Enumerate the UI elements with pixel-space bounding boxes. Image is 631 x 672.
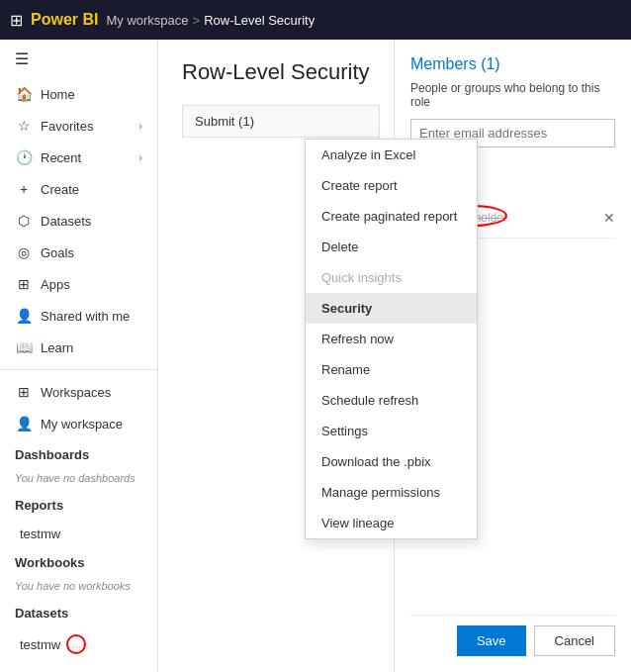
apps-icon: ⊞ xyxy=(15,276,33,292)
sidebar-item-apps-label: Apps xyxy=(41,277,70,292)
my-workspace-icon: 👤 xyxy=(15,416,33,432)
members-title: Members (1) xyxy=(410,55,615,73)
panel-footer: Save Cancel xyxy=(410,615,615,656)
workbooks-section: Workbooks xyxy=(0,547,157,578)
breadcrumb-separator: > xyxy=(193,13,201,28)
breadcrumb-workspace[interactable]: My workspace xyxy=(106,13,188,28)
goals-icon: ◎ xyxy=(15,244,33,260)
context-menu-delete[interactable]: Delete xyxy=(306,232,477,262)
sidebar-item-shared-label: Shared with me xyxy=(41,309,130,324)
sidebar-item-shared[interactable]: 👤 Shared with me xyxy=(0,300,157,332)
context-menu-manage-permissions[interactable]: Manage permissions xyxy=(306,477,477,508)
sidebar-item-home[interactable]: 🏠 Home xyxy=(0,78,157,110)
dashboards-section: Dashboards xyxy=(0,439,157,470)
app-logo: Power BI xyxy=(31,11,98,29)
context-menu-download-pbix[interactable]: Download the .pbix xyxy=(306,446,477,477)
sidebar-item-datasets[interactable]: ⬡ Datasets xyxy=(0,205,157,237)
datasets-section: Datasets xyxy=(0,598,157,628)
context-menu-schedule-refresh[interactable]: Schedule refresh xyxy=(306,385,477,416)
sidebar: ☰ 🏠 Home ☆ Favorites › 🕐 Recent › + Crea… xyxy=(0,40,158,672)
sidebar-item-my-workspace-label: My workspace xyxy=(41,417,123,432)
context-menu-rename[interactable]: Rename xyxy=(306,354,477,385)
favorites-icon: ☆ xyxy=(15,118,33,134)
context-menu-view-lineage[interactable]: View lineage xyxy=(306,508,477,538)
hamburger-icon[interactable]: ☰ xyxy=(0,40,157,78)
sidebar-item-workspaces[interactable]: ⊞ Workspaces xyxy=(0,376,157,408)
create-icon: + xyxy=(15,181,33,197)
members-desc: People or groups who belong to this role xyxy=(410,81,615,109)
sidebar-item-create-label: Create xyxy=(41,182,79,197)
remove-member-button[interactable]: ✕ xyxy=(603,210,615,226)
topbar: ⊞ Power BI My workspace > Row-Level Secu… xyxy=(0,0,631,40)
sidebar-item-my-workspace[interactable]: 👤 My workspace xyxy=(0,408,157,439)
learn-icon: 📖 xyxy=(15,339,33,355)
dashboards-note: You have no dashboards xyxy=(0,470,157,490)
grid-icon: ⊞ xyxy=(10,11,23,30)
workspaces-icon: ⊞ xyxy=(15,384,33,400)
context-menu-create-paginated[interactable]: Create paginated report xyxy=(306,201,477,232)
sidebar-item-favorites[interactable]: ☆ Favorites › xyxy=(0,110,157,142)
dataset-row[interactable]: Submit (1) xyxy=(182,105,380,138)
context-menu-analyze-excel[interactable]: Analyze in Excel xyxy=(306,140,477,170)
sidebar-item-home-label: Home xyxy=(41,87,75,102)
home-icon: 🏠 xyxy=(15,86,33,102)
context-menu-refresh-now[interactable]: Refresh now xyxy=(306,324,477,354)
report-testmw[interactable]: testmw xyxy=(0,521,157,547)
sidebar-item-recent[interactable]: 🕐 Recent › xyxy=(0,142,157,173)
datasets-nav-icon: ⬡ xyxy=(15,213,33,229)
dataset-testmw[interactable]: testmw … xyxy=(0,628,157,660)
chevron-right-icon-2: › xyxy=(138,151,142,163)
sidebar-item-favorites-label: Favorites xyxy=(41,119,93,134)
sidebar-item-apps[interactable]: ⊞ Apps xyxy=(0,268,157,300)
dataset-row-label: Submit (1) xyxy=(195,114,254,129)
sidebar-item-workspaces-label: Workspaces xyxy=(41,385,111,400)
context-menu: Analyze in Excel Create report Create pa… xyxy=(305,139,478,539)
shared-icon: 👤 xyxy=(15,308,33,324)
sidebar-item-create[interactable]: + Create xyxy=(0,173,157,205)
sidebar-item-recent-label: Recent xyxy=(41,150,81,165)
context-menu-security[interactable]: Security xyxy=(306,293,477,324)
sidebar-item-learn-label: Learn xyxy=(41,340,73,355)
workbooks-note: You have no workbooks xyxy=(0,578,157,598)
chevron-right-icon: › xyxy=(138,120,142,132)
sidebar-item-datasets-label: Datasets xyxy=(41,214,91,229)
reports-section: Reports xyxy=(0,490,157,521)
save-button[interactable]: Save xyxy=(457,625,526,656)
context-menu-quick-insights: Quick insights xyxy=(306,262,477,293)
breadcrumb: My workspace > Row-Level Security xyxy=(106,13,315,28)
context-menu-create-report[interactable]: Create report xyxy=(306,170,477,201)
recent-icon: 🕐 xyxy=(15,149,33,165)
sidebar-item-goals-label: Goals xyxy=(41,245,74,260)
dataset-more-icon[interactable]: … xyxy=(66,634,86,654)
breadcrumb-current: Row-Level Security xyxy=(204,13,315,28)
sidebar-item-goals[interactable]: ◎ Goals xyxy=(0,237,157,268)
context-menu-settings[interactable]: Settings xyxy=(306,416,477,446)
sidebar-item-learn[interactable]: 📖 Learn xyxy=(0,332,157,363)
cancel-button[interactable]: Cancel xyxy=(534,625,615,656)
main-layout: ☰ 🏠 Home ☆ Favorites › 🕐 Recent › + Crea… xyxy=(0,40,631,672)
